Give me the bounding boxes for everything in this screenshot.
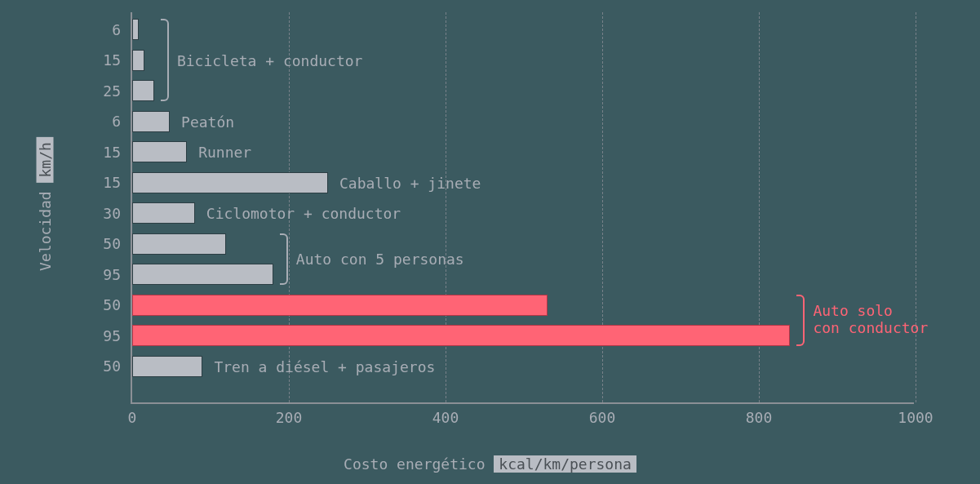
y-axis-label-text: Velocidad xyxy=(37,191,54,271)
y-axis-unit: km/h xyxy=(37,137,54,182)
bar-row: 30 xyxy=(132,202,195,224)
group-bracket xyxy=(280,233,288,286)
bar-row: 15 xyxy=(132,50,144,71)
y-axis-label: Velocidad km/h xyxy=(37,137,54,271)
bar xyxy=(132,295,548,316)
group-label: Caballo + jinete xyxy=(339,175,481,192)
y-tick-label: 15 xyxy=(103,144,132,161)
group-bracket xyxy=(796,295,805,347)
grid-line xyxy=(916,12,916,402)
y-tick-label: 50 xyxy=(103,357,132,375)
x-tick-label: 0 xyxy=(128,402,137,426)
group-label: Tren a diésel + pasajeros xyxy=(214,358,435,375)
bar xyxy=(132,80,154,101)
bar-row: 6 xyxy=(132,19,139,40)
group-bracket xyxy=(161,19,169,101)
bar xyxy=(132,264,273,285)
bar xyxy=(132,111,170,132)
y-tick-label: 25 xyxy=(103,82,132,100)
bar xyxy=(132,325,790,346)
bar xyxy=(132,50,144,71)
bar-row: 95 xyxy=(132,264,273,285)
y-tick-label: 15 xyxy=(103,174,132,191)
y-tick-label: 6 xyxy=(112,113,132,130)
bar xyxy=(132,202,195,224)
group-label: Bicicleta + conductor xyxy=(177,52,363,69)
group-label: Peatón xyxy=(181,113,234,131)
chart-plot-area: 020040060080010006152561515305095509550B… xyxy=(131,12,914,404)
y-tick-label: 30 xyxy=(103,205,132,222)
x-tick-label: 800 xyxy=(746,402,773,426)
y-tick-label: 95 xyxy=(103,266,132,283)
bar-row: 25 xyxy=(132,80,154,101)
bar-row: 50 xyxy=(132,356,202,377)
x-tick-label: 1000 xyxy=(898,402,933,426)
x-axis-label-text: Costo energético xyxy=(344,455,485,473)
bar-row: 50 xyxy=(132,295,548,316)
group-label: Auto solocon conductor xyxy=(813,302,928,336)
group-label: Runner xyxy=(198,144,251,161)
bar-row: 15 xyxy=(132,141,187,162)
bar-row: 50 xyxy=(132,233,226,255)
y-tick-label: 6 xyxy=(112,21,132,38)
bar-row: 6 xyxy=(132,111,170,132)
bar-row: 95 xyxy=(132,325,790,346)
bar xyxy=(132,233,226,255)
x-tick-label: 600 xyxy=(589,402,616,426)
y-tick-label: 95 xyxy=(103,327,132,344)
bar xyxy=(132,19,139,40)
bar xyxy=(132,172,328,193)
bar xyxy=(132,356,202,377)
x-axis-label: Costo energético kcal/km/persona xyxy=(0,455,980,473)
y-tick-label: 50 xyxy=(103,235,132,252)
bar xyxy=(132,141,187,162)
group-label: Ciclomotor + conductor xyxy=(206,205,401,222)
y-tick-label: 15 xyxy=(103,51,132,69)
y-tick-label: 50 xyxy=(103,296,132,313)
x-tick-label: 400 xyxy=(432,402,459,426)
bar-row: 15 xyxy=(132,172,328,193)
x-axis-unit: kcal/km/persona xyxy=(494,455,636,473)
group-label: Auto con 5 personas xyxy=(296,251,464,268)
x-tick-label: 200 xyxy=(276,402,303,426)
